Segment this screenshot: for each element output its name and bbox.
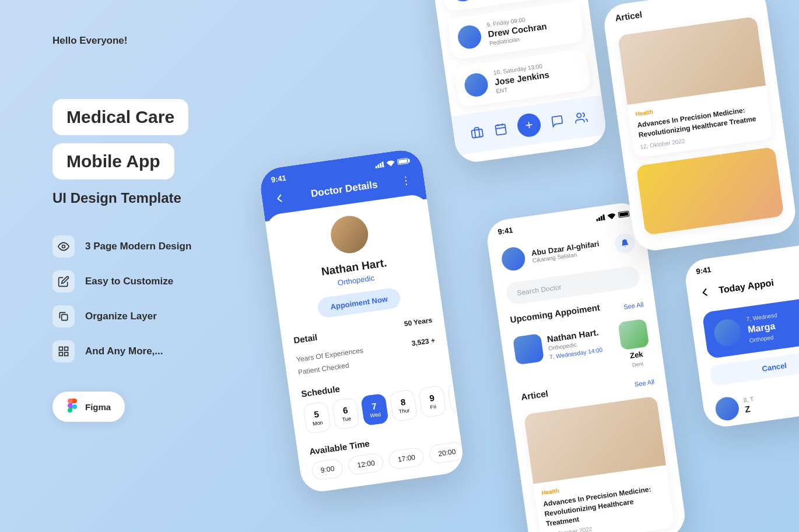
feature-item: And Any More,... xyxy=(52,340,286,362)
doctor-avatar xyxy=(513,333,544,365)
back-button[interactable] xyxy=(273,191,289,206)
doctor-avatar xyxy=(463,72,489,98)
svg-rect-12 xyxy=(398,160,407,164)
svg-rect-9 xyxy=(380,163,382,167)
feature-item: Easy to Customize xyxy=(52,270,286,293)
phone-today: 9:41 Today Appoi 7, Wednesd Marga Orthop… xyxy=(683,241,799,429)
svg-line-16 xyxy=(502,124,503,126)
doctor-avatar xyxy=(450,0,476,3)
doctor-avatar xyxy=(456,23,482,50)
doctor-avatar xyxy=(714,396,740,422)
see-all-link[interactable]: See All xyxy=(634,378,655,387)
status-icons xyxy=(595,210,631,221)
feature-item: Organize Layer xyxy=(52,305,286,327)
notification-button[interactable] xyxy=(614,232,636,254)
svg-rect-1 xyxy=(62,315,68,320)
figma-label: Figma xyxy=(85,402,111,412)
today-appointment-card[interactable]: 7, Wednesd Marga Orthoped xyxy=(702,295,799,359)
title-chip-1: Medical Care xyxy=(52,99,188,135)
add-button[interactable]: + xyxy=(516,112,542,138)
svg-rect-25 xyxy=(619,212,628,216)
schedule-day[interactable]: 9Fri xyxy=(418,385,447,418)
grid-icon xyxy=(52,340,75,362)
calendar-icon[interactable] xyxy=(493,122,508,136)
svg-rect-5 xyxy=(59,353,63,356)
doctor-avatar xyxy=(328,213,370,255)
chat-icon[interactable] xyxy=(551,114,565,129)
time-slot[interactable]: 20:00 xyxy=(428,441,465,464)
svg-rect-8 xyxy=(377,164,380,168)
title-chip-2: Mobile App xyxy=(52,143,174,179)
status-time: 9:41 xyxy=(696,265,712,276)
svg-rect-3 xyxy=(65,347,68,351)
svg-point-0 xyxy=(62,245,65,248)
svg-point-19 xyxy=(576,113,581,118)
page-title: Today Appoi xyxy=(718,277,775,295)
schedule-day[interactable]: 5Mon xyxy=(303,401,331,434)
time-slot[interactable]: 9:00 xyxy=(311,458,344,481)
article-card[interactable] xyxy=(636,146,784,235)
article-card[interactable]: Health Advances In Precision Medicine: R… xyxy=(524,396,675,532)
article-card[interactable]: Health Advances In Precision Medicine: R… xyxy=(618,16,773,158)
svg-rect-13 xyxy=(408,159,410,162)
article-label: Articel xyxy=(614,9,643,23)
time-slot[interactable]: 17:00 xyxy=(388,447,425,470)
back-button[interactable] xyxy=(698,284,714,300)
schedule-day[interactable]: 7Wed xyxy=(360,393,389,426)
briefcase-icon[interactable] xyxy=(470,125,485,140)
upcoming-label: Upcoming Appoiment xyxy=(510,302,601,325)
user-avatar[interactable] xyxy=(500,246,527,272)
svg-rect-7 xyxy=(375,165,377,168)
svg-rect-23 xyxy=(602,214,605,220)
svg-rect-14 xyxy=(471,129,483,138)
doctor-avatar xyxy=(618,319,649,350)
svg-line-17 xyxy=(497,124,498,126)
svg-point-6 xyxy=(72,404,77,409)
more-button[interactable]: ⋮ xyxy=(400,174,413,188)
users-icon[interactable] xyxy=(574,111,588,125)
article-image xyxy=(636,146,784,235)
svg-rect-15 xyxy=(495,124,506,135)
detail-label: Detail xyxy=(293,332,318,346)
schedule-day[interactable]: 8Thur xyxy=(390,389,418,422)
status-time: 9:41 xyxy=(497,226,514,236)
time-slot[interactable]: 12:00 xyxy=(348,452,385,475)
phone-appointments: Zeke DixonDentist9, Friday 09:00Drew Coc… xyxy=(430,0,608,164)
layers-icon xyxy=(52,305,75,327)
phone-doctor-details: 9:41 Doctor Details ⋮ Nathan Hart. Ortho… xyxy=(258,147,465,494)
svg-rect-20 xyxy=(596,219,598,221)
svg-rect-21 xyxy=(598,217,601,221)
doctor-avatar xyxy=(713,318,743,348)
status-time: 9:41 xyxy=(271,174,287,184)
svg-rect-2 xyxy=(59,347,63,351)
svg-line-18 xyxy=(496,128,505,129)
feature-item: 3 Page Modern Design xyxy=(52,235,286,258)
svg-rect-22 xyxy=(600,216,602,220)
phone-article: Articel Health Advances In Precision Med… xyxy=(602,0,798,253)
see-all-link[interactable]: See All xyxy=(623,301,644,311)
subtitle: UI Design Template xyxy=(52,190,286,206)
figma-chip: Figma xyxy=(52,392,125,422)
greeting-text: Hello Everyone! xyxy=(52,35,286,47)
phone-home: 9:41 Abu Dzar Al-ghifari Cikarang Selata… xyxy=(485,200,688,532)
schedule-day[interactable]: 6Tue xyxy=(332,397,360,430)
edit-icon xyxy=(52,270,75,293)
figma-icon xyxy=(66,399,78,415)
status-icons xyxy=(374,157,410,168)
svg-rect-10 xyxy=(381,161,384,167)
schedule-day[interactable]: 10Sat xyxy=(447,381,465,414)
eye-icon xyxy=(52,235,75,258)
appointment-button[interactable]: Appoiment Now xyxy=(316,287,401,319)
article-label: Articel xyxy=(520,388,549,401)
svg-rect-4 xyxy=(65,353,68,356)
